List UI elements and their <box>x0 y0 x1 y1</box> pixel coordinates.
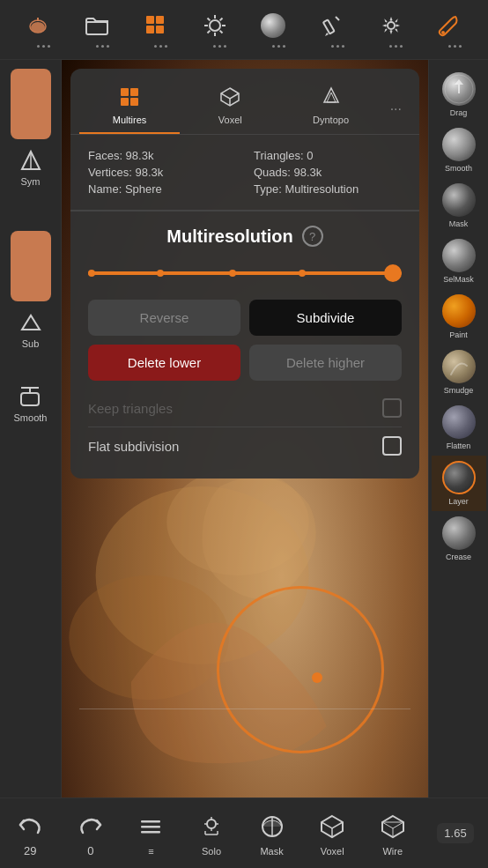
voxel-bottom-label: Voxel <box>321 846 344 857</box>
circle-center-dot <box>312 672 322 683</box>
redo-button[interactable]: 0 <box>75 809 107 857</box>
toolbar-dots-5 <box>272 45 275 48</box>
toolbar-wrench[interactable] <box>436 11 464 48</box>
toolbar-settings[interactable] <box>377 11 405 48</box>
subdivide-button[interactable]: Subdivide <box>249 300 402 336</box>
sidebar-tool-layer[interactable]: Layer <box>432 456 486 511</box>
panel-tabs: Multires Voxel <box>70 69 419 135</box>
mask-label: Mask <box>449 219 469 228</box>
keep-triangles-checkbox[interactable] <box>382 398 402 418</box>
wrench-icon <box>436 11 464 40</box>
svg-rect-6 <box>146 26 154 33</box>
help-icon-label: ? <box>309 230 315 243</box>
quads-info: Quads: 98.3k <box>254 166 402 179</box>
tab-voxel[interactable]: Voxel <box>180 78 280 134</box>
svg-rect-30 <box>121 88 129 96</box>
panel: Multires Voxel <box>70 69 419 479</box>
toolbar-pen[interactable] <box>318 11 346 48</box>
solo-button[interactable]: Solo <box>196 811 227 857</box>
sidebar-tool-crease[interactable]: Crease <box>432 511 486 567</box>
undo-icon <box>14 809 46 841</box>
menu-label: ≡ <box>148 846 153 857</box>
level-slider[interactable] <box>88 264 402 282</box>
tab-more-label: ... <box>390 98 402 114</box>
left-color-block-2[interactable] <box>11 231 51 301</box>
sidebar-tool-smooth[interactable]: Smooth <box>432 122 486 178</box>
menu-icon <box>135 811 166 842</box>
slider-track <box>88 271 402 275</box>
triangles-info: Triangles: 0 <box>254 149 402 162</box>
wire-button[interactable]: Wire <box>377 811 409 857</box>
left-sym-tool[interactable]: Sym <box>18 148 43 187</box>
multires-section: Multiresolution ? Reverse <box>70 211 419 479</box>
svg-line-13 <box>207 19 210 21</box>
svg-line-53 <box>382 822 393 828</box>
toolbar-brush[interactable] <box>24 11 52 48</box>
reverse-button[interactable]: Reverse <box>88 300 240 336</box>
mesh-info: Faces: 98.3k Triangles: 0 Vertices: 98.3… <box>70 135 419 211</box>
toolbar-grid[interactable] <box>142 11 170 48</box>
slider-tick-1 <box>157 270 164 277</box>
pen-icon <box>318 11 346 40</box>
flatten-label: Flatten <box>447 441 471 450</box>
svg-marker-35 <box>324 88 338 102</box>
menu-button[interactable]: ≡ <box>135 811 166 857</box>
left-smooth-tool[interactable]: Smooth <box>14 384 48 423</box>
svg-rect-32 <box>121 98 129 106</box>
smudge-icon <box>442 350 476 383</box>
keep-triangles-row: Keep triangles <box>88 389 402 427</box>
flat-subdivision-checkbox[interactable] <box>382 436 402 456</box>
tab-multires[interactable]: Multires <box>79 78 180 134</box>
help-button[interactable]: ? <box>302 226 323 247</box>
smooth-icon <box>442 128 476 161</box>
mask-bottom-button[interactable]: Mask <box>256 811 288 857</box>
delete-lower-button[interactable]: Delete lower <box>88 345 240 381</box>
left-color-block-1[interactable] <box>11 69 51 139</box>
toolbar-dots-1 <box>37 45 40 48</box>
material-icon <box>259 11 287 40</box>
mask-bottom-icon <box>256 811 288 842</box>
tab-more[interactable]: ... <box>381 78 410 134</box>
slider-tick-2 <box>229 270 236 277</box>
svg-rect-5 <box>156 16 164 24</box>
sidebar-tool-selmask[interactable]: SelMask <box>432 234 486 289</box>
tab-multires-label: Multires <box>113 115 147 125</box>
multires-tab-icon <box>117 85 142 109</box>
sidebar-tool-paint[interactable]: Paint <box>432 289 486 345</box>
undo-button[interactable]: 29 <box>14 809 46 857</box>
svg-line-16 <box>207 31 210 33</box>
slider-tick-0 <box>88 270 95 277</box>
toolbar-material[interactable] <box>259 11 287 48</box>
svg-rect-17 <box>323 19 335 33</box>
redo-icon <box>75 809 107 841</box>
smudge-label: Smudge <box>444 386 474 395</box>
layer-label: Layer <box>448 497 469 506</box>
tab-dyntopo-label: Dyntopo <box>313 115 349 125</box>
solo-label: Solo <box>202 846 221 857</box>
fps-display: 1.65 <box>437 823 473 843</box>
svg-line-18 <box>336 17 339 20</box>
redo-count: 0 <box>87 844 93 857</box>
svg-rect-38 <box>141 820 160 823</box>
sidebar-tool-smudge[interactable]: Smudge <box>432 345 486 400</box>
sidebar-tool-mask[interactable]: Mask <box>432 178 486 234</box>
toolbar-dots-8 <box>448 45 451 48</box>
canvas-area[interactable]: Multires Voxel <box>62 60 428 798</box>
crease-label: Crease <box>446 553 471 561</box>
slider-thumb[interactable] <box>384 264 402 282</box>
selmask-icon <box>442 239 476 272</box>
guide-line <box>79 708 410 709</box>
multires-title: Multiresolution <box>166 226 292 247</box>
toolbar-folder[interactable] <box>83 11 111 48</box>
left-sub-tool[interactable]: Sub <box>18 310 43 349</box>
sidebar-tool-drag[interactable]: Drag <box>432 67 486 122</box>
voxel-bottom-button[interactable]: Voxel <box>316 811 348 857</box>
toolbar-sun[interactable] <box>201 11 229 48</box>
sidebar-tool-flatten[interactable]: Flatten <box>432 400 486 456</box>
slider-fill <box>88 271 402 275</box>
type-info: Type: Multiresolution <box>254 182 402 196</box>
svg-point-41 <box>207 820 216 828</box>
tab-dyntopo[interactable]: Dyntopo <box>280 78 381 134</box>
toolbar-dots-6 <box>331 45 334 48</box>
delete-higher-button[interactable]: Delete higher <box>249 345 402 381</box>
